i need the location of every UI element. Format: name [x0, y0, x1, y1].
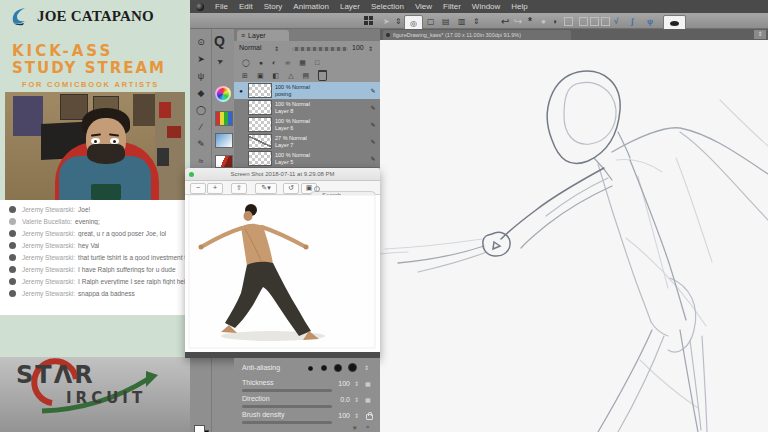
- delete-layer-icon[interactable]: [318, 70, 327, 81]
- menu-help[interactable]: Help: [511, 2, 527, 11]
- layer-row-7[interactable]: 27 % Normal Layer 7 ✎: [234, 133, 380, 151]
- duplicate-layer-icon[interactable]: ▣: [257, 72, 264, 80]
- layer-thumbnail[interactable]: [248, 100, 272, 115]
- approx-color-icon[interactable]: [215, 155, 233, 168]
- layer-edit-icon[interactable]: ✎: [366, 87, 380, 94]
- main-color-swatch[interactable]: [194, 425, 205, 432]
- layer-row-6[interactable]: 100 % Normal Layer 6 ✎: [234, 116, 380, 134]
- opacity-slider[interactable]: [292, 47, 348, 51]
- layer-thumbnail[interactable]: [248, 134, 272, 149]
- menu-window[interactable]: Window: [472, 2, 500, 11]
- cursor-icon[interactable]: ➤: [216, 56, 225, 67]
- transform-icon[interactable]: [564, 17, 573, 26]
- tab-layer[interactable]: ≡ Layer: [237, 30, 289, 41]
- opacity-stepper-icon[interactable]: ⇕: [368, 45, 373, 52]
- search-field[interactable]: [310, 183, 376, 192]
- color-set-icon[interactable]: [215, 111, 233, 126]
- oval-icon[interactable]: ◯: [242, 59, 250, 67]
- pencil-tool-icon[interactable]: ✎: [190, 137, 212, 151]
- eyedropper-tool-icon[interactable]: ◆: [190, 86, 212, 100]
- clear-icon[interactable]: *: [528, 14, 532, 28]
- stepper-icon[interactable]: ⇕: [473, 14, 480, 28]
- layer-edit-icon[interactable]: ✎: [366, 121, 380, 128]
- layer-edit-icon[interactable]: ✎: [366, 138, 380, 145]
- chat-panel[interactable]: Jeremy Stewarski: Joe! Valerie Bucellato…: [0, 200, 190, 315]
- snap-curve-icon[interactable]: ∫: [631, 14, 633, 28]
- brush-density-stepper-icon[interactable]: ⇕: [354, 412, 359, 419]
- layer-row-8[interactable]: 100 % Normal Layer 8 ✎: [234, 99, 380, 117]
- antialias-stepper-icon[interactable]: ⇕: [364, 364, 369, 371]
- layer-edit-icon[interactable]: ✎: [366, 104, 380, 111]
- pen-tool-icon[interactable]: ∕: [190, 120, 212, 134]
- brush-density-slider[interactable]: [242, 421, 332, 424]
- menu-filter[interactable]: Filter: [443, 2, 461, 11]
- layer-row-posing[interactable]: ● 100 % Normal posing ✎: [234, 82, 380, 100]
- blend-mode-select[interactable]: Normal: [239, 44, 262, 51]
- tab-scroll-button[interactable]: ⇕: [754, 30, 766, 39]
- color-wheel-icon[interactable]: [215, 86, 231, 102]
- menu-layer[interactable]: Layer: [340, 2, 360, 11]
- direction-stepper-icon[interactable]: ⇕: [354, 396, 359, 403]
- lasso-tool-icon[interactable]: ◯: [190, 103, 212, 117]
- dot-icon[interactable]: ●: [259, 59, 263, 66]
- stepper-icon[interactable]: ⇕: [395, 14, 402, 28]
- preview-titlebar[interactable]: Screen Shot 2018-07-11 at 9.29.08 PM: [185, 168, 380, 181]
- snap-pin-icon[interactable]: ψ: [647, 14, 653, 28]
- menu-story[interactable]: Story: [264, 2, 283, 11]
- undo-icon[interactable]: ↩: [501, 14, 509, 28]
- new-layer-icon[interactable]: ⊞: [242, 72, 248, 80]
- layer-thumbnail[interactable]: [248, 151, 272, 166]
- lock-icon[interactable]: □: [315, 59, 319, 66]
- layer-thumbnail[interactable]: [248, 117, 272, 132]
- sparkle-icon[interactable]: ✳: [352, 424, 357, 431]
- snap-ruler-icon[interactable]: √: [614, 14, 618, 28]
- layer-thumbnail[interactable]: [248, 83, 272, 98]
- thickness-stepper-icon[interactable]: ⇕: [354, 380, 359, 387]
- halftone-icon[interactable]: ◐: [272, 59, 276, 66]
- magnifier-tool-icon[interactable]: ⊙: [190, 35, 212, 49]
- eraser-icon[interactable]: ◗: [553, 14, 558, 28]
- zoom-tool-icon[interactable]: Q: [214, 33, 225, 49]
- layer-edit-icon[interactable]: ✎: [366, 155, 380, 162]
- layer-row-5[interactable]: 100 % Normal Layer 5 ✎: [234, 150, 380, 168]
- gradient-swatch-icon[interactable]: [215, 133, 233, 148]
- thickness-dynamics-icon[interactable]: ▦: [365, 380, 371, 387]
- zoom-in-button[interactable]: +: [207, 183, 223, 194]
- open-file-icon[interactable]: ▤: [442, 14, 450, 28]
- menu-file[interactable]: File: [215, 2, 228, 11]
- move-tool-icon[interactable]: ➤: [190, 52, 212, 66]
- direction-dynamics-icon[interactable]: ▦: [365, 396, 371, 403]
- grid-icon[interactable]: ▦: [299, 59, 306, 67]
- lock-icon[interactable]: [366, 414, 373, 420]
- antialias-weak-button[interactable]: [321, 365, 327, 371]
- folder-icon[interactable]: ▤: [303, 72, 310, 80]
- menu-view[interactable]: View: [415, 2, 432, 11]
- hand-tool-icon[interactable]: ψ: [190, 69, 212, 83]
- workspace-grid-icon[interactable]: [364, 16, 373, 25]
- clip-icon[interactable]: ∞: [285, 59, 290, 66]
- menu-selection[interactable]: Selection: [371, 2, 404, 11]
- antialias-none-button[interactable]: [308, 366, 313, 371]
- antialias-strong-button[interactable]: [348, 363, 357, 372]
- share-button[interactable]: ⇧: [231, 183, 247, 194]
- rotate-button[interactable]: ↺: [283, 183, 299, 194]
- blend-stepper-icon[interactable]: ⇕: [274, 45, 279, 52]
- mask-icon[interactable]: ◧: [273, 72, 280, 80]
- antialias-medium-button[interactable]: [334, 364, 342, 372]
- save-icon[interactable]: ▥: [458, 14, 466, 28]
- visibility-eye-icon[interactable]: ●: [234, 88, 248, 94]
- brush-tool-icon[interactable]: ≈: [190, 154, 212, 168]
- markup-button[interactable]: ✎▾: [255, 183, 277, 194]
- app-logo-icon[interactable]: [196, 3, 204, 11]
- thickness-slider[interactable]: [242, 389, 332, 392]
- squiggle-icon[interactable]: ≈: [366, 424, 369, 430]
- direction-slider[interactable]: [242, 405, 332, 408]
- document-tab[interactable]: figureDrawing_kass* (17.00 x 11.00in 300…: [383, 30, 571, 40]
- menu-edit[interactable]: Edit: [239, 2, 253, 11]
- new-document-icon[interactable]: ▢: [427, 14, 435, 28]
- drawing-canvas[interactable]: [380, 40, 768, 432]
- menu-animation[interactable]: Animation: [293, 2, 329, 11]
- ruler-icon[interactable]: △: [288, 72, 293, 80]
- reference-photo-window[interactable]: Screen Shot 2018-07-11 at 9.29.08 PM − +…: [185, 168, 380, 358]
- zoom-out-button[interactable]: −: [190, 183, 206, 194]
